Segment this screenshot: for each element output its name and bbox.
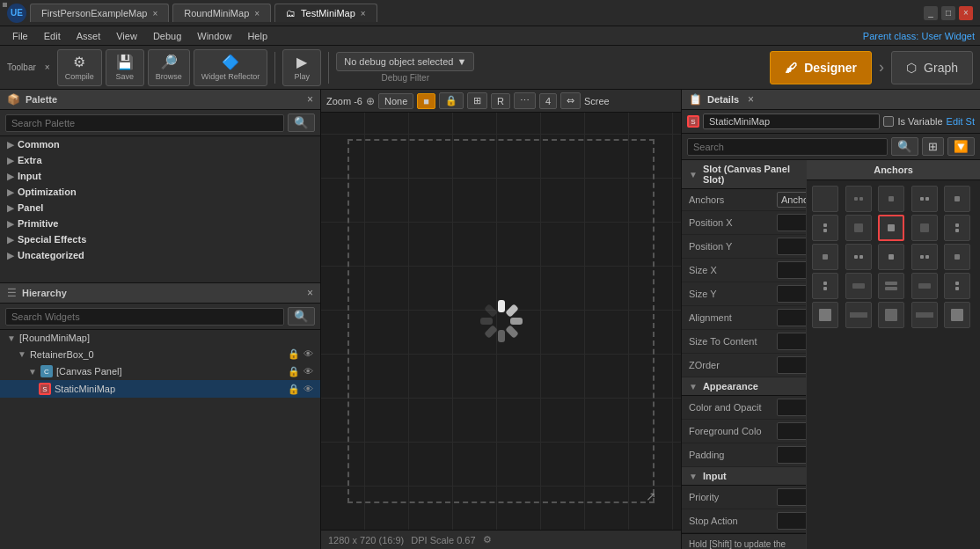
- close-button[interactable]: ×: [959, 6, 973, 20]
- tab-close-round-minimap[interactable]: ×: [254, 9, 260, 18]
- menu-help[interactable]: Help: [240, 29, 274, 43]
- zorder-input[interactable]: [777, 356, 806, 374]
- hier-item-canvas-panel[interactable]: ▼ C [Canvas Panel] 🔒 👁: [0, 362, 320, 380]
- anchor-cell-12[interactable]: [878, 244, 904, 270]
- compile-button[interactable]: ⚙ Compile: [57, 49, 102, 86]
- graph-button[interactable]: ⬡ Graph: [891, 51, 973, 84]
- anchor-cell-14[interactable]: [944, 244, 970, 270]
- canvas-settings-icon[interactable]: ⚙: [483, 534, 492, 545]
- palette-item-panel[interactable]: ▶Panel: [0, 200, 320, 216]
- hier-item-roundminimap[interactable]: ▼ [RoundMiniMap]: [0, 330, 320, 346]
- hier-item-retainerbox[interactable]: ▼ RetainerBox_0 🔒 👁: [0, 346, 320, 362]
- menu-view[interactable]: View: [109, 29, 144, 43]
- palette-item-common[interactable]: ▶Common: [0, 136, 320, 152]
- hierarchy-close[interactable]: ×: [307, 287, 313, 299]
- anchor-cell-11[interactable]: [845, 244, 872, 270]
- play-button[interactable]: ▶ Play: [282, 49, 321, 86]
- designer-button[interactable]: 🖌 Designer: [770, 51, 872, 84]
- size-to-content-input[interactable]: [777, 333, 806, 350]
- anchor-cell-8[interactable]: [911, 215, 938, 241]
- is-variable-check[interactable]: [883, 116, 894, 127]
- stop-action-input[interactable]: [777, 512, 806, 530]
- anchor-cell-7[interactable]: [878, 215, 904, 241]
- alignment-input[interactable]: [777, 309, 806, 326]
- details-filter-button[interactable]: 🔽: [947, 137, 975, 156]
- position-y-input[interactable]: [777, 238, 806, 255]
- size-x-input[interactable]: [777, 261, 806, 279]
- canvas-tool-dots[interactable]: ⋯: [514, 92, 536, 109]
- palette-item-primitive[interactable]: ▶Primitive: [0, 216, 320, 231]
- anchor-cell-4[interactable]: [944, 186, 970, 212]
- anchor-cell-17[interactable]: [878, 273, 904, 299]
- anchor-cell-9[interactable]: [944, 215, 970, 241]
- foreground-color-input[interactable]: [777, 422, 806, 440]
- slot-section-header[interactable]: ▼ Slot (Canvas Panel Slot): [682, 160, 806, 189]
- details-search-button[interactable]: 🔍: [891, 137, 918, 156]
- palette-item-optimization[interactable]: ▶Optimization: [0, 184, 320, 200]
- menu-window[interactable]: Window: [190, 29, 238, 43]
- details-close[interactable]: ×: [748, 93, 754, 106]
- maximize-button[interactable]: □: [941, 6, 955, 20]
- canvas-none-btn[interactable]: None: [378, 93, 413, 109]
- details-search-input[interactable]: [687, 138, 888, 156]
- palette-search-button[interactable]: 🔍: [288, 113, 315, 132]
- hierarchy-search-button[interactable]: 🔍: [288, 307, 315, 326]
- anchor-cell-3[interactable]: [911, 186, 938, 212]
- hier-item-staticminimap[interactable]: S StaticMiniMap 🔒 👁: [0, 380, 320, 398]
- tab-close-test-minimap[interactable]: ×: [361, 9, 366, 18]
- tab-test-minimap[interactable]: 🗂 TestMiniMap ×: [274, 4, 377, 22]
- canvas-tool-r[interactable]: R: [491, 93, 510, 109]
- anchor-cell-15[interactable]: [812, 273, 838, 299]
- palette-close[interactable]: ×: [307, 93, 313, 106]
- palette-search-input[interactable]: [5, 114, 284, 132]
- anchor-cell-10[interactable]: [812, 244, 838, 270]
- canvas-tool-arrows[interactable]: ⇔: [560, 92, 581, 109]
- anchor-cell-5[interactable]: [812, 215, 838, 241]
- priority-input[interactable]: [777, 488, 806, 506]
- tab-close-first-person[interactable]: ×: [152, 9, 157, 18]
- widget-reflector-button[interactable]: 🔷 Widget Reflector: [194, 49, 268, 86]
- details-grid-button[interactable]: ⊞: [922, 137, 944, 156]
- anchor-cell-13[interactable]: [911, 244, 938, 270]
- debug-filter-dropdown[interactable]: No debug object selected ▼: [336, 52, 474, 71]
- position-x-input[interactable]: [777, 214, 806, 231]
- minimize-button[interactable]: _: [924, 6, 938, 20]
- resize-handle[interactable]: ↗: [646, 489, 656, 503]
- palette-item-extra[interactable]: ▶Extra: [0, 152, 320, 168]
- anchor-cell-20[interactable]: [812, 302, 838, 328]
- anchor-cell-1[interactable]: [845, 186, 872, 212]
- canvas-tool-grid[interactable]: ⊞: [467, 92, 487, 109]
- anchor-cell-19[interactable]: [944, 273, 970, 299]
- menu-edit[interactable]: Edit: [37, 29, 68, 43]
- palette-item-input[interactable]: ▶Input: [0, 168, 320, 184]
- anchor-cell-0[interactable]: [812, 186, 838, 212]
- tab-first-person[interactable]: FirstPersonExampleMap ×: [30, 4, 169, 22]
- anchor-cell-18[interactable]: [911, 273, 938, 299]
- anchor-cell-21[interactable]: [845, 302, 872, 328]
- is-variable-checkbox[interactable]: Is Variable: [883, 116, 942, 127]
- size-y-input[interactable]: [777, 285, 806, 303]
- anchor-cell-23[interactable]: [911, 302, 938, 328]
- anchors-dropdown[interactable]: Anchors ▼: [777, 192, 806, 208]
- appearance-section-header[interactable]: ▼ Appearance: [682, 377, 806, 396]
- anchor-cell-24[interactable]: [944, 302, 970, 328]
- anchor-cell-2[interactable]: [878, 186, 904, 212]
- menu-file[interactable]: File: [5, 29, 35, 43]
- canvas-tool-fill[interactable]: ■: [417, 93, 435, 109]
- padding-input[interactable]: [777, 446, 806, 464]
- canvas-tool-num[interactable]: 4: [539, 93, 557, 109]
- palette-item-special-effects[interactable]: ▶Special Effects: [0, 231, 320, 247]
- palette-item-uncategorized[interactable]: ▶Uncategorized: [0, 247, 320, 263]
- anchor-cell-6[interactable]: [845, 215, 872, 241]
- hierarchy-search-input[interactable]: [5, 308, 284, 326]
- menu-asset[interactable]: Asset: [69, 29, 108, 43]
- anchor-cell-22[interactable]: [878, 302, 904, 328]
- input-section-header[interactable]: ▼ Input: [682, 467, 806, 486]
- browse-button[interactable]: 🔎 Browse: [148, 49, 190, 86]
- edit-style-link[interactable]: Edit St: [947, 116, 975, 127]
- anchor-cell-16[interactable]: [845, 273, 872, 299]
- widget-name-input[interactable]: [703, 113, 880, 129]
- menu-debug[interactable]: Debug: [146, 29, 188, 43]
- save-button[interactable]: 💾 Save: [106, 49, 144, 86]
- color-opacity-input[interactable]: [777, 399, 806, 416]
